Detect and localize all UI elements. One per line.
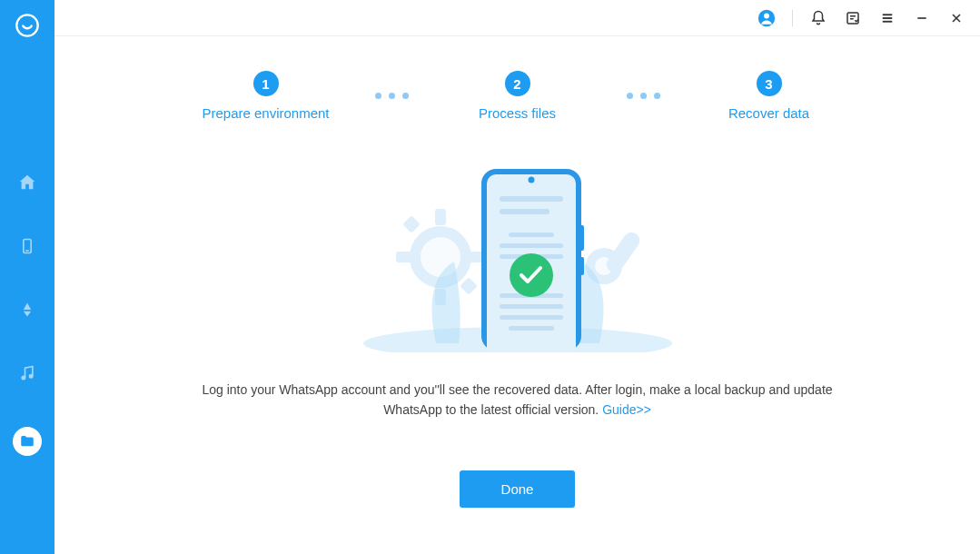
- divider: [792, 10, 793, 26]
- step-number: 2: [505, 71, 530, 96]
- folder-icon[interactable]: [13, 427, 42, 456]
- app-logo-icon: [15, 13, 40, 38]
- svg-point-5: [30, 375, 33, 378]
- step-label: Prepare environment: [202, 105, 329, 121]
- instruction-text: Log into your WhatsApp account and you''…: [200, 380, 836, 420]
- svg-rect-18: [435, 209, 446, 225]
- svg-rect-30: [579, 257, 584, 275]
- sidebar: [0, 0, 54, 554]
- step-1: 1 Prepare environment: [175, 71, 357, 121]
- bell-icon[interactable]: [809, 9, 827, 27]
- steps-indicator: 1 Prepare environment 2 Process files 3 …: [175, 71, 860, 121]
- svg-rect-34: [509, 232, 554, 237]
- menu-icon[interactable]: [878, 9, 896, 27]
- step-number: 3: [757, 71, 782, 96]
- music-icon[interactable]: [17, 363, 37, 383]
- svg-rect-38: [500, 304, 563, 309]
- step-label: Process files: [479, 105, 556, 121]
- step-2: 2 Process files: [427, 71, 609, 121]
- minimize-icon[interactable]: [913, 9, 931, 27]
- home-icon[interactable]: [17, 173, 37, 193]
- instruction-body: Log into your WhatsApp account and you''…: [202, 382, 832, 417]
- titlebar: [54, 0, 980, 36]
- svg-rect-32: [500, 196, 563, 202]
- step-label: Recover data: [728, 105, 809, 121]
- svg-rect-33: [500, 209, 549, 214]
- guide-link[interactable]: Guide>>: [602, 402, 651, 417]
- step-number: 1: [253, 71, 279, 96]
- svg-rect-35: [500, 243, 563, 248]
- svg-rect-29: [579, 225, 584, 251]
- cloud-drive-icon[interactable]: [17, 300, 37, 320]
- svg-rect-39: [500, 315, 563, 320]
- svg-rect-20: [396, 252, 412, 262]
- svg-point-7: [764, 13, 769, 18]
- feedback-icon[interactable]: [844, 9, 862, 27]
- close-icon[interactable]: [947, 9, 965, 27]
- svg-point-4: [22, 376, 25, 379]
- step-3: 3 Recover data: [678, 71, 860, 121]
- step-separator-dots: [627, 93, 660, 99]
- done-button[interactable]: Done: [460, 470, 576, 508]
- step-separator-dots: [375, 93, 409, 99]
- svg-rect-40: [509, 326, 554, 331]
- svg-rect-22: [402, 215, 421, 233]
- user-avatar-icon[interactable]: [757, 9, 776, 27]
- content-area: 1 Prepare environment 2 Process files 3 …: [54, 36, 980, 554]
- phone-device-icon[interactable]: [17, 236, 37, 256]
- svg-point-31: [528, 177, 534, 183]
- phone-success-illustration: [354, 162, 681, 352]
- svg-rect-23: [460, 277, 478, 295]
